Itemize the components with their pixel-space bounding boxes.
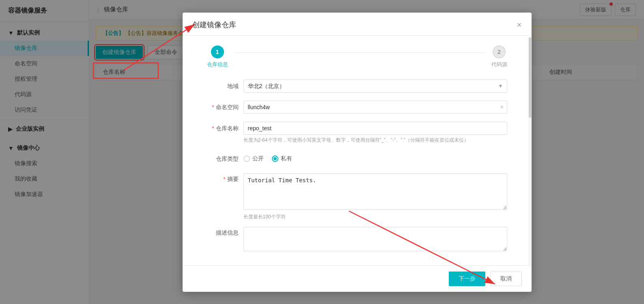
radio-private-fill [274, 157, 277, 160]
namespace-label: * 命名空间 [207, 100, 243, 113]
form-row-repo-type: 仓库类型 公开 私有 [207, 152, 507, 165]
modal-scrollbar-thumb [529, 37, 531, 118]
namespace-input-wrapper: × [243, 100, 507, 113]
desc-label: 描述信息 [207, 227, 243, 237]
repo-name-hint: 长度为2-64个字符，可使用小写英文字母、数字，可使用分隔符"_"、"-"、".… [243, 136, 507, 144]
summary-hint-row: 长度最长100个字符 [207, 213, 507, 220]
step-1-label: 仓库信息 [207, 60, 228, 68]
summary-hint: 长度最长100个字符 [243, 213, 286, 220]
summary-hint-spacer [207, 213, 243, 220]
modal-close-button[interactable]: × [517, 20, 522, 28]
step-line [235, 52, 485, 53]
create-repo-modal: 创建镜像仓库 × 1 仓库信息 2 代码源 地域 华北2（北京） 华东1（上海） [183, 12, 532, 291]
repo-name-label: * 仓库名称 [207, 121, 243, 134]
form-row-summary: * 摘要 Tutorial Time Tests. [207, 173, 507, 211]
summary-label: * 摘要 [207, 173, 243, 183]
next-step-button[interactable]: 下一步 [449, 272, 485, 286]
repo-name-input[interactable] [243, 121, 507, 134]
modal-body: 1 仓库信息 2 代码源 地域 华北2（北京） 华东1（上海） 华南1（深圳） … [183, 35, 532, 265]
modal-header: 创建镜像仓库 × [183, 12, 532, 35]
modal-scrollbar-track [528, 37, 532, 267]
region-label: 地域 [207, 79, 243, 92]
form-row-repo-name: * 仓库名称 长度为2-64个字符，可使用小写英文字母、数字，可使用分隔符"_"… [207, 121, 507, 144]
radio-public-dot [243, 155, 250, 162]
namespace-clear-btn[interactable]: × [500, 103, 504, 110]
repo-name-input-wrapper: 长度为2-64个字符，可使用小写英文字母、数字，可使用分隔符"_"、"-"、".… [243, 121, 507, 144]
region-select-wrapper: 华北2（北京） 华东1（上海） 华南1（深圳） ▼ [243, 79, 507, 92]
radio-private-dot [272, 155, 278, 162]
form-row-desc: 描述信息 [207, 227, 507, 252]
modal-footer: 下一步 取消 [183, 265, 532, 292]
steps-container: 1 仓库信息 2 代码源 [207, 45, 507, 68]
namespace-input[interactable] [243, 100, 507, 113]
form-row-region: 地域 华北2（北京） 华东1（上海） 华南1（深圳） ▼ [207, 79, 507, 92]
summary-textarea[interactable]: Tutorial Time Tests. [243, 173, 507, 210]
repo-type-radio-group: 公开 私有 [243, 152, 292, 165]
region-select[interactable]: 华北2（北京） 华东1（上海） 华南1（深圳） [243, 79, 507, 92]
summary-wrapper: Tutorial Time Tests. [243, 173, 507, 211]
radio-public[interactable]: 公开 [243, 155, 264, 162]
step-2-circle: 2 [493, 45, 506, 58]
modal-title: 创建镜像仓库 [192, 19, 236, 29]
step-1-circle: 1 [211, 45, 224, 58]
repo-type-label: 仓库类型 [207, 152, 243, 165]
form-row-namespace: * 命名空间 × [207, 100, 507, 113]
step-2: 2 代码源 [491, 45, 507, 68]
spacer-1 [207, 147, 507, 152]
cancel-button[interactable]: 取消 [490, 272, 522, 286]
step-2-label: 代码源 [491, 60, 507, 68]
desc-wrapper [243, 227, 507, 252]
desc-textarea[interactable] [243, 227, 507, 251]
radio-private[interactable]: 私有 [272, 155, 292, 162]
step-1: 1 仓库信息 [207, 45, 228, 68]
